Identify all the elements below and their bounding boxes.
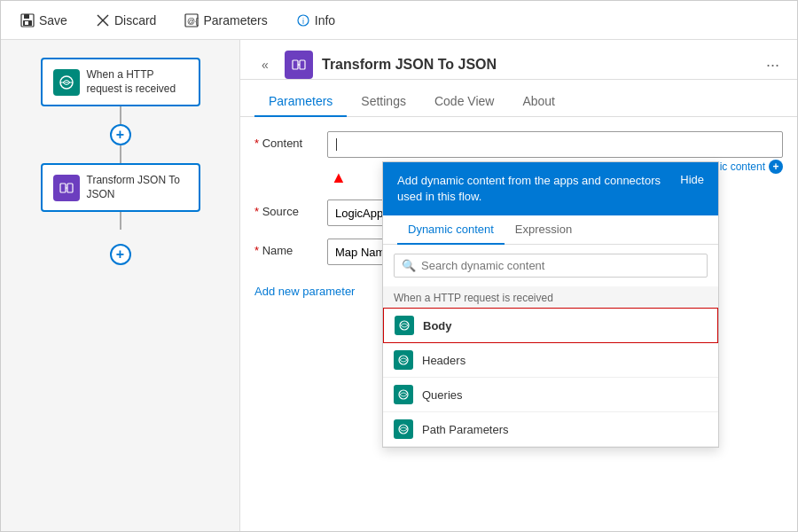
popup-item-path-params[interactable]: Path Parameters [383,412,718,447]
popup-item-queries[interactable]: Queries [383,378,718,412]
toolbar: Save Discard @{} Parameters i Info [1,1,797,40]
save-button[interactable]: Save [15,10,73,31]
svg-text:i: i [302,17,304,26]
flow-canvas: When a HTTP request is received + Transf… [1,40,240,532]
svg-rect-15 [300,60,305,69]
http-node-icon [53,69,80,96]
tab-parameters[interactable]: Parameters [254,87,347,117]
panel-title: Transform JSON To JSON [322,57,754,73]
svg-text:@{}: @{} [187,17,199,26]
popup-item-headers-label: Headers [422,354,466,367]
panel-tabs: Parameters Settings Code View About [240,87,797,117]
popup-item-queries-icon [394,385,413,404]
transform-node[interactable]: Transform JSON To JSON [41,163,200,212]
popup-item-body-icon [395,316,414,335]
panel-title-icon [285,51,313,79]
panel-header: « Transform JSON To JSON ··· [240,40,797,80]
popup-item-path-label: Path Parameters [422,423,509,436]
discard-button[interactable]: Discard [90,10,161,31]
name-label: * Name [254,239,317,257]
popup-search-wrap: 🔍 [394,254,708,278]
cursor-indicator [336,138,337,151]
parameters-button[interactable]: @{} Parameters [179,10,272,31]
right-panel: « Transform JSON To JSON ··· Parameters … [240,40,797,532]
save-icon [20,13,35,27]
popup-item-body[interactable]: Body [383,308,718,343]
dynamic-content-popup: Add dynamic content from the apps and co… [382,161,719,448]
transform-node-icon [53,175,80,201]
search-icon: 🔍 [402,259,416,272]
popup-tabs: Dynamic content Expression [383,215,718,245]
http-node-label: When a HTTP request is received [87,68,188,96]
source-label: * Source [254,200,317,218]
parameters-icon: @{} [184,13,199,27]
popup-item-body-label: Body [423,319,452,332]
popup-tab-expression[interactable]: Expression [505,215,583,245]
connector-2 [120,145,121,163]
content-input[interactable] [327,131,783,158]
svg-rect-13 [67,184,73,192]
popup-item-path-icon [394,419,413,439]
popup-hide-button[interactable]: Hide [680,173,704,186]
popup-tab-dynamic[interactable]: Dynamic content [397,215,505,245]
add-step-btn-1[interactable]: + [110,124,131,145]
discard-label: Discard [114,13,156,27]
http-node[interactable]: When a HTTP request is received [41,58,200,106]
svg-rect-14 [293,60,298,69]
info-label: Info [315,13,335,27]
svg-rect-3 [25,21,28,25]
tab-settings[interactable]: Settings [347,87,420,117]
popup-item-headers[interactable]: Headers [383,343,718,378]
popup-item-queries-label: Queries [422,388,463,402]
popup-item-headers-icon [394,350,413,370]
popup-header: Add dynamic content from the apps and co… [383,162,718,215]
tab-codeview[interactable]: Code View [420,87,508,117]
main-layout: When a HTTP request is received + Transf… [1,40,797,532]
info-button[interactable]: i Info [291,10,340,31]
connector-3 [120,212,121,230]
parameters-label: Parameters [203,13,267,27]
svg-rect-1 [24,14,29,19]
add-step-btn-2[interactable]: + [110,244,131,265]
svg-rect-12 [60,184,66,192]
popup-search-input[interactable] [421,259,700,272]
connector-1 [120,106,121,124]
popup-section-label: When a HTTP request is received [383,286,718,308]
save-label: Save [39,13,67,27]
form-area: * Content Add dynamic content + ▲ * Sour… [240,117,797,532]
tab-about[interactable]: About [508,87,569,117]
popup-header-text: Add dynamic content from the apps and co… [397,173,669,205]
content-label: * Content [254,131,317,150]
panel-menu-button[interactable]: ··· [763,52,783,78]
add-param-label: Add new parameter [254,285,355,298]
transform-node-label: Transform JSON To JSON [87,174,188,201]
close-icon [96,13,110,27]
collapse-button[interactable]: « [254,54,276,75]
add-dynamic-plus-icon: + [769,160,783,174]
info-icon: i [296,13,310,27]
